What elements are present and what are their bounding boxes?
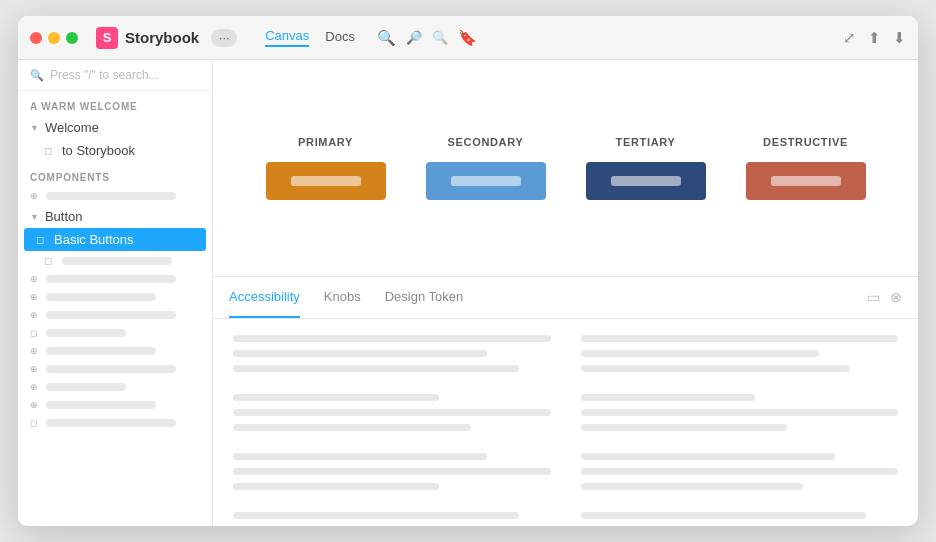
sidebar-item-placeholder-11[interactable]: ◻ xyxy=(18,414,212,432)
zoom-in-icon[interactable]: 🔍 xyxy=(377,29,396,47)
tertiary-button[interactable] xyxy=(586,162,706,200)
a11y-line xyxy=(581,335,899,342)
expand-icon-1: ⊕ xyxy=(30,191,40,201)
maximize-button[interactable] xyxy=(66,32,78,44)
a11y-line xyxy=(233,483,439,490)
tab-knobs[interactable]: Knobs xyxy=(324,276,361,318)
sidebar-item-button-parent[interactable]: ▼ Button xyxy=(18,205,212,228)
secondary-button[interactable] xyxy=(426,162,546,200)
main-content: 🔍 Press "/" to search... A WARM WELCOME … xyxy=(18,60,918,526)
tertiary-button-inner xyxy=(611,176,681,186)
nav-tab-canvas[interactable]: Canvas xyxy=(265,28,309,47)
placeholder-bar-7 xyxy=(46,347,156,355)
chevron-down-icon: ▼ xyxy=(30,123,39,133)
expand-icon-7: ⊕ xyxy=(30,346,40,356)
nav-tabs: Canvas Docs xyxy=(265,28,355,47)
a11y-line xyxy=(233,335,551,342)
placeholder-bar-3 xyxy=(46,275,176,283)
search-box[interactable]: 🔍 Press "/" to search... xyxy=(18,60,212,91)
bookmark-icon[interactable]: 🔖 xyxy=(458,29,477,47)
sidebar-item-to-storybook[interactable]: ◻ to Storybook xyxy=(32,139,212,162)
tabs-right-icons: ▭ ⊗ xyxy=(867,289,902,305)
tertiary-button-group: TERTIARY xyxy=(586,136,706,200)
a11y-line xyxy=(581,483,803,490)
placeholder-bar-10 xyxy=(46,401,156,409)
content-panel: PRIMARY SECONDARY TERTIARY xyxy=(213,60,918,526)
sidebar-item-placeholder-7[interactable]: ⊕ xyxy=(18,342,212,360)
placeholder-bar-11 xyxy=(46,419,176,427)
zoom-reset-icon[interactable]: 🔍 xyxy=(432,30,448,45)
sidebar-item-placeholder-2[interactable]: ◻ xyxy=(32,251,212,270)
destructive-button-inner xyxy=(771,176,841,186)
sidebar-item-placeholder-9[interactable]: ⊕ xyxy=(18,378,212,396)
panel-close-icon[interactable]: ⊗ xyxy=(890,289,902,305)
panel-split-icon[interactable]: ▭ xyxy=(867,289,880,305)
sidebar-item-welcome[interactable]: ▼ Welcome xyxy=(18,116,212,139)
sidebar-item-placeholder-10[interactable]: ⊕ xyxy=(18,396,212,414)
placeholder-bar-6 xyxy=(46,329,126,337)
a11y-line xyxy=(581,350,819,357)
sidebar-item-placeholder-8[interactable]: ⊕ xyxy=(18,360,212,378)
a11y-line xyxy=(581,468,899,475)
download-icon[interactable]: ⬇ xyxy=(893,29,906,47)
secondary-label: SECONDARY xyxy=(448,136,524,148)
a11y-line xyxy=(581,512,867,519)
search-icon: 🔍 xyxy=(30,69,44,82)
zoom-out-icon[interactable]: 🔎 xyxy=(406,30,422,45)
tab-design-token[interactable]: Design Token xyxy=(385,276,464,318)
a11y-line xyxy=(233,453,487,460)
destructive-button[interactable] xyxy=(746,162,866,200)
placeholder-bar-1 xyxy=(46,192,176,200)
a11y-line xyxy=(581,453,835,460)
a11y-line xyxy=(233,365,519,372)
search-placeholder: Press "/" to search... xyxy=(50,68,159,82)
basic-buttons-label: Basic Buttons xyxy=(54,232,134,247)
to-storybook-label: to Storybook xyxy=(62,143,135,158)
sidebar-item-placeholder-5[interactable]: ⊕ xyxy=(18,306,212,324)
section-label-components: COMPONENTS xyxy=(18,162,212,187)
primary-button-inner xyxy=(291,176,361,186)
a11y-line xyxy=(233,424,471,431)
sidebar-item-placeholder-6[interactable]: ◻ xyxy=(18,324,212,342)
a11y-line xyxy=(233,409,551,416)
story-icon: ◻ xyxy=(44,145,56,156)
titlebar: S Storybook ··· Canvas Docs 🔍 🔎 🔍 🔖 ⤢ ⬆ … xyxy=(18,16,918,60)
expand-icon-11: ◻ xyxy=(30,418,40,428)
welcome-label: Welcome xyxy=(45,120,99,135)
accessibility-panel xyxy=(213,319,918,527)
nav-tab-docs[interactable]: Docs xyxy=(325,29,355,46)
tab-accessibility[interactable]: Accessibility xyxy=(229,276,300,318)
menu-button[interactable]: ··· xyxy=(211,29,237,47)
expand-icon-5: ⊕ xyxy=(30,310,40,320)
a11y-line xyxy=(581,394,756,401)
primary-button-group: PRIMARY xyxy=(266,136,386,200)
primary-button[interactable] xyxy=(266,162,386,200)
app-window: S Storybook ··· Canvas Docs 🔍 🔎 🔍 🔖 ⤢ ⬆ … xyxy=(18,16,918,526)
expand-icon-9: ⊕ xyxy=(30,382,40,392)
a11y-line xyxy=(233,394,439,401)
window-controls xyxy=(30,32,78,44)
placeholder-bar-2 xyxy=(62,257,172,265)
storybook-logo-icon: S xyxy=(96,27,118,49)
sidebar-item-basic-buttons[interactable]: ◻ Basic Buttons xyxy=(24,228,206,251)
placeholder-bar-9 xyxy=(46,383,126,391)
sidebar-item-placeholder-4[interactable]: ⊕ xyxy=(18,288,212,306)
button-label: Button xyxy=(45,209,83,224)
toolbar-icons: 🔍 🔎 🔍 🔖 xyxy=(377,29,477,47)
close-button[interactable] xyxy=(30,32,42,44)
expand-icon-10: ⊕ xyxy=(30,400,40,410)
tabs-bar: Accessibility Knobs Design Token ▭ ⊗ xyxy=(213,277,918,319)
expand-icon-3: ⊕ xyxy=(30,274,40,284)
tertiary-label: TERTIARY xyxy=(616,136,676,148)
sidebar-item-placeholder-3[interactable]: ⊕ xyxy=(18,270,212,288)
active-story-icon: ◻ xyxy=(36,234,48,245)
app-title: Storybook xyxy=(125,29,199,46)
expand-icon[interactable]: ⤢ xyxy=(843,29,856,47)
sidebar-item-placeholder-1[interactable]: ⊕ xyxy=(18,187,212,205)
a11y-line xyxy=(233,468,551,475)
minimize-button[interactable] xyxy=(48,32,60,44)
share-icon[interactable]: ⬆ xyxy=(868,29,881,47)
titlebar-right-actions: ⤢ ⬆ ⬇ xyxy=(843,29,906,47)
a11y-line xyxy=(581,409,899,416)
placeholder-bar-4 xyxy=(46,293,156,301)
